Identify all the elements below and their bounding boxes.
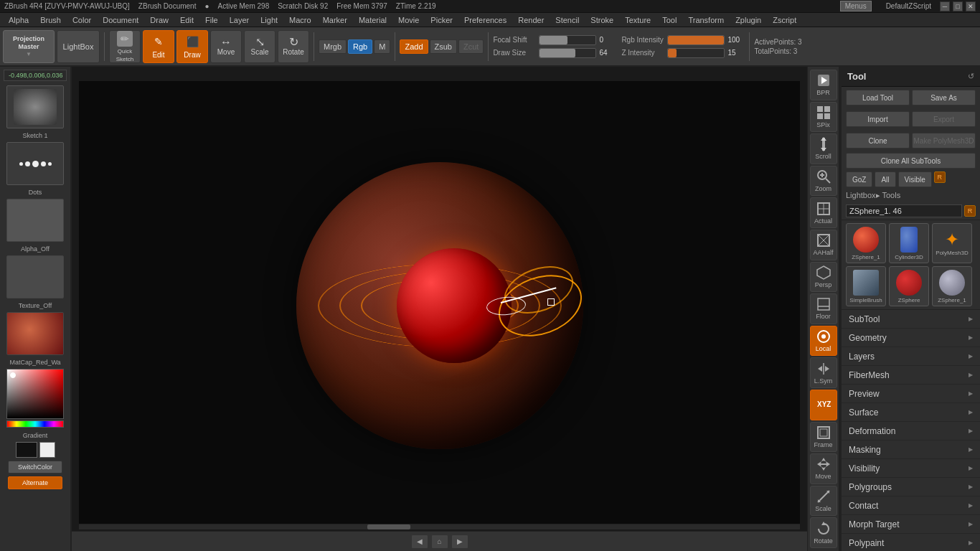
morph-target-item[interactable]: Morph Target ▶ <box>842 515 980 534</box>
surface-item[interactable]: Surface ▶ <box>842 403 980 422</box>
menu-color[interactable]: Color <box>67 13 97 27</box>
nav-right[interactable]: ▶ <box>451 534 468 549</box>
deformation-item[interactable]: Deformation ▶ <box>842 422 980 441</box>
menu-zplugin[interactable]: Zplugin <box>730 13 767 27</box>
current-tool-name[interactable]: ZSphere_1. 46 <box>846 204 962 217</box>
min-btn[interactable]: ─ <box>940 1 950 11</box>
rotate-btn[interactable]: ↻ Rotate <box>278 30 309 63</box>
floor-btn[interactable]: Floor <box>810 293 837 324</box>
xyz-btn[interactable]: XYZ <box>810 390 837 420</box>
make-polymesh-btn[interactable]: Make PolyMesh3D <box>912 133 976 149</box>
matcap-thumb[interactable] <box>6 312 64 355</box>
lightbox-tools-row[interactable]: Lightbox▸ Tools <box>842 189 980 202</box>
h-scrollbar[interactable] <box>79 524 800 529</box>
menu-draw[interactable]: Draw <box>144 13 174 27</box>
menu-layer[interactable]: Layer <box>224 13 255 27</box>
subtool-item[interactable]: SubTool ▶ <box>842 310 980 329</box>
local-btn[interactable]: Local <box>810 326 837 357</box>
mrgb-btn[interactable]: Mrgb <box>319 39 347 54</box>
quick-sketch-btn[interactable]: ✏ Quick Sketch <box>109 30 141 63</box>
menu-movie[interactable]: Movie <box>392 13 425 27</box>
foreground-color[interactable] <box>16 442 37 458</box>
menu-tool[interactable]: Tool <box>656 13 682 27</box>
spix-btn[interactable]: SPix <box>810 102 837 133</box>
menu-zscript[interactable]: Zscript <box>767 13 802 27</box>
brush-thumb[interactable] <box>6 85 64 128</box>
geometry-item[interactable]: Geometry ▶ <box>842 329 980 347</box>
menu-material[interactable]: Material <box>353 13 392 27</box>
rgb-btn[interactable]: Rgb <box>348 39 372 54</box>
zsub-btn[interactable]: Zsub <box>430 39 457 54</box>
clone-btn[interactable]: Clone <box>846 133 910 149</box>
move-btn[interactable]: ↔ Move <box>210 30 242 63</box>
switch-color-btn[interactable]: SwitchColor <box>8 461 62 474</box>
tool-thumb-simplebrush[interactable]: SimpleBrush <box>846 266 886 306</box>
menu-file[interactable]: File <box>199 13 224 27</box>
menu-stencil[interactable]: Stencil <box>550 13 585 27</box>
rotate-icon-btn[interactable]: Rotate <box>810 517 837 548</box>
masking-item[interactable]: Masking ▶ <box>842 441 980 459</box>
layers-item[interactable]: Layers ▶ <box>842 347 980 366</box>
visible-btn[interactable]: Visible <box>898 171 932 187</box>
goz-btn[interactable]: GoZ <box>846 171 872 187</box>
menu-render[interactable]: Render <box>512 13 550 27</box>
tool-r-badge[interactable]: R <box>964 205 976 217</box>
save-as-btn[interactable]: Save As <box>912 90 976 105</box>
visibility-item[interactable]: Visibility ▶ <box>842 459 980 478</box>
actual-btn[interactable]: Actual <box>810 197 837 228</box>
hue-bar[interactable] <box>6 420 64 428</box>
tool-thumb-cylinder3d[interactable]: Cylinder3D <box>889 223 929 263</box>
zcut-btn[interactable]: Zcut <box>458 39 484 54</box>
menu-macro[interactable]: Macro <box>283 13 317 27</box>
export-btn[interactable]: Export <box>912 111 976 127</box>
scale-icon-btn[interactable]: Scale <box>810 486 837 517</box>
bpr-btn[interactable]: BPR <box>810 70 837 100</box>
scale-btn[interactable]: ⤡ Scale <box>244 30 275 63</box>
refresh-icon[interactable]: ↺ <box>968 72 974 81</box>
canvas-area[interactable]: ◀ ⌂ ▶ <box>72 67 807 551</box>
aahalf-btn[interactable]: AAHalf <box>810 230 837 260</box>
draw-btn[interactable]: ⬛ Draw <box>176 30 208 63</box>
polypaint-item[interactable]: Polypaint ▶ <box>842 534 980 551</box>
z-intensity-slider[interactable] <box>667 48 725 58</box>
menu-marker[interactable]: Marker <box>317 13 353 27</box>
preview-item[interactable]: Preview ▶ <box>842 385 980 403</box>
alpha-thumb[interactable] <box>6 199 64 242</box>
viewport-3d[interactable] <box>296 162 583 449</box>
menu-picker[interactable]: Picker <box>425 13 458 27</box>
lsym-btn[interactable]: L.Sym <box>810 357 837 388</box>
color-picker[interactable] <box>6 369 64 428</box>
zadd-btn[interactable]: Zadd <box>400 39 428 54</box>
dots-thumb[interactable] <box>6 142 64 185</box>
menu-texture[interactable]: Texture <box>619 13 656 27</box>
menu-alpha[interactable]: Alpha <box>3 13 34 27</box>
edit-btn[interactable]: ✎ Edit <box>143 30 174 63</box>
zoom-btn[interactable]: Zoom <box>810 166 837 197</box>
m-btn[interactable]: M <box>374 39 390 54</box>
tool-thumb-zsphere1[interactable]: ZSphere_1 <box>846 223 886 263</box>
color-gradient[interactable] <box>6 369 64 419</box>
tool-thumb-zsphere[interactable]: ZSphere <box>889 266 929 306</box>
projection-master-btn[interactable]: Projection Master ▼ <box>3 30 55 63</box>
lightbox-btn[interactable]: LightBox <box>57 30 100 63</box>
background-color[interactable] <box>39 442 55 458</box>
polygroups-item[interactable]: Polygroups ▶ <box>842 478 980 496</box>
contact-item[interactable]: Contact ▶ <box>842 496 980 515</box>
menu-preferences[interactable]: Preferences <box>458 13 512 27</box>
max-btn[interactable]: □ <box>953 1 963 11</box>
all-btn[interactable]: All <box>875 171 895 187</box>
close-btn[interactable]: ✕ <box>966 1 976 11</box>
draw-size-slider[interactable] <box>539 48 596 58</box>
persp-btn[interactable]: Persp <box>810 262 837 293</box>
menus-btn[interactable]: Menus <box>840 1 872 11</box>
menu-brush[interactable]: Brush <box>34 13 67 27</box>
fibermesh-item[interactable]: FiberMesh ▶ <box>842 366 980 385</box>
tool-thumb-zsphere1b[interactable]: ZSphere_1 <box>932 266 972 306</box>
menu-light[interactable]: Light <box>255 13 283 27</box>
clone-all-subtools-btn[interactable]: Clone All SubTools <box>846 153 976 169</box>
nav-left[interactable]: ◀ <box>411 534 428 549</box>
import-btn[interactable]: Import <box>846 111 910 127</box>
texture-thumb[interactable] <box>6 255 64 298</box>
load-tool-btn[interactable]: Load Tool <box>846 90 910 105</box>
focal-shift-slider[interactable] <box>539 35 596 45</box>
